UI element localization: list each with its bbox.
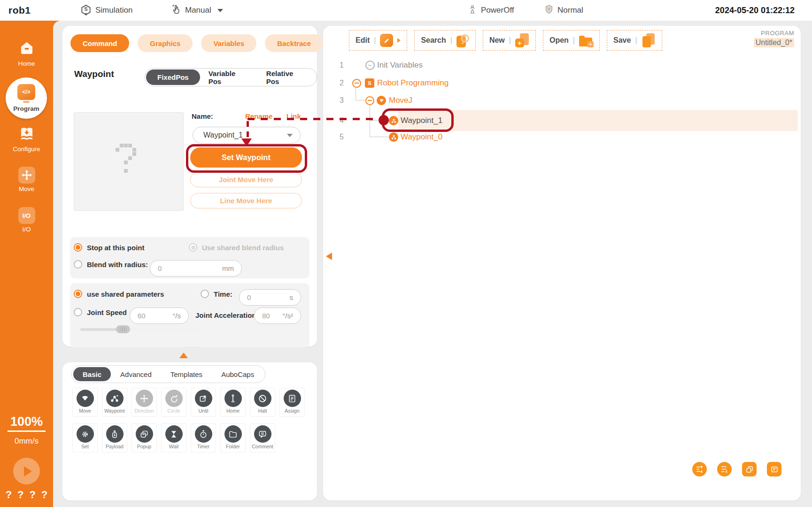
library-item-until[interactable]: Until — [191, 388, 216, 417]
joint-move-here-button[interactable]: Joint Move Here — [190, 172, 302, 187]
library-item-comment[interactable]: Comment — [250, 423, 275, 453]
waypoint-icon — [106, 390, 124, 407]
edit-button[interactable]: Edit — [349, 30, 407, 51]
safety-status[interactable]: Normal — [544, 0, 583, 21]
radio-icon[interactable] — [74, 260, 82, 269]
save-button[interactable]: Save — [607, 30, 662, 51]
stop-at-point-radio[interactable]: Stop at this point — [74, 243, 144, 252]
simulation-indicator[interactable]: S Simulation — [80, 0, 132, 21]
radio-icon[interactable] — [201, 290, 209, 298]
collapse-icon[interactable] — [352, 79, 361, 88]
library-item-payload[interactable]: Payload — [102, 423, 127, 453]
tab-variablepos[interactable]: Variable Pos — [200, 69, 258, 85]
program-name[interactable]: Untitled_0* — [754, 38, 794, 47]
assign-icon — [284, 390, 301, 407]
annotation-dashed-line-vertical — [247, 121, 249, 139]
init-variables-icon — [365, 61, 375, 70]
library-item-waypoint[interactable]: Waypoint — [102, 388, 127, 417]
library-item-home[interactable]: Home — [220, 388, 246, 417]
library-item-folder[interactable]: Folder — [220, 423, 246, 453]
joint-acceleration-input[interactable]: 80 °/s² — [254, 307, 301, 324]
library-item-assign[interactable]: Assign — [279, 388, 305, 417]
time-input[interactable]: 0 s — [239, 289, 301, 306]
chevron-right-icon — [397, 38, 401, 43]
detail-view-icon[interactable] — [767, 462, 781, 476]
help-marks[interactable]: ? ? ? ? — [0, 489, 53, 501]
command-panel: Command Graphics Variables Backtrace Way… — [62, 26, 317, 346]
tree-row-waypoint-0[interactable]: 5 Waypoint_0 — [337, 130, 442, 144]
slider-handle[interactable] — [116, 325, 130, 333]
separator — [509, 36, 511, 45]
tab-basic[interactable]: Basic — [73, 367, 111, 381]
copy-icon[interactable] — [742, 462, 757, 476]
library-item-set[interactable]: Set — [72, 423, 98, 453]
panel-expand-arrow-icon[interactable] — [179, 353, 188, 358]
shared-params-radio[interactable]: use shared parameters — [74, 290, 164, 298]
radio-selected-icon[interactable] — [74, 290, 82, 298]
robot-name: rob1 — [8, 0, 31, 21]
tab-variables[interactable]: Variables — [201, 34, 256, 52]
joint-speed-radio[interactable]: Joint Speed — [74, 308, 127, 316]
library-item-wait[interactable]: Wait — [161, 423, 186, 453]
blend-radius-radio[interactable]: Blend with radius: — [74, 260, 148, 269]
joint-speed-input[interactable]: 60 °/s — [130, 307, 189, 324]
mode-selector[interactable]: Manual — [170, 0, 223, 21]
power-status[interactable]: PowerOff — [467, 0, 514, 21]
question-icon[interactable]: ? — [41, 489, 47, 501]
tree-row-movej[interactable]: 3 MoveJ — [337, 93, 412, 108]
stopwatch-icon — [195, 425, 212, 443]
new-button[interactable]: New — [483, 30, 536, 51]
play-button[interactable] — [13, 458, 40, 484]
program-monitor-stand — [23, 101, 30, 103]
search-icon — [456, 34, 469, 47]
library-item-move[interactable]: Move — [72, 388, 98, 417]
library-row-2: Set Payload Popup Wait Timer Folder — [72, 423, 275, 453]
tab-graphics[interactable]: Graphics — [138, 34, 193, 52]
position-mode-toggle: FixedPos Variable Pos Relative Pos — [145, 68, 317, 86]
safety-label: Normal — [557, 6, 583, 15]
question-icon[interactable]: ? — [29, 489, 35, 501]
program-label: PROGRAM — [754, 30, 794, 37]
library-item-timer[interactable]: Timer — [191, 423, 216, 453]
sidebar-item-configure[interactable]: Configure — [0, 125, 53, 153]
sidebar-item-io[interactable]: I/O I/O — [0, 207, 53, 233]
collapse-all-icon[interactable] — [717, 462, 732, 476]
radio-selected-icon[interactable] — [74, 243, 82, 252]
radio-icon[interactable] — [74, 308, 82, 316]
tree-row-robot-programming[interactable]: 2 S Robot Programming — [337, 76, 449, 90]
question-icon[interactable]: ? — [17, 489, 23, 501]
robot-name-label: rob1 — [8, 5, 31, 16]
program-panel: Edit Search New Open — [323, 26, 801, 500]
line-move-here-button[interactable]: Line Move Here — [190, 193, 302, 208]
tab-advanced[interactable]: Advanced — [111, 367, 161, 381]
tree-row-init-variables[interactable]: 1 Init Variables — [337, 58, 423, 72]
open-button[interactable]: Open — [543, 30, 600, 51]
until-icon — [195, 390, 212, 407]
circle-icon — [165, 390, 183, 407]
tab-aubocaps[interactable]: AuboCaps — [212, 367, 263, 381]
sidebar-item-program[interactable]: </> Program — [6, 77, 47, 119]
library-item-popup[interactable]: Popup — [131, 423, 157, 453]
sidebar-item-move[interactable]: Move — [0, 167, 53, 192]
search-button[interactable]: Search — [414, 30, 476, 51]
annotation-dot — [379, 115, 389, 125]
blend-radius-input[interactable]: 0 mm — [150, 260, 242, 277]
tab-templates[interactable]: Templates — [161, 367, 212, 381]
tab-backtrace[interactable]: Backtrace — [265, 34, 323, 52]
slider-grip — [120, 327, 126, 331]
speed-percent[interactable]: 100% — [0, 415, 53, 429]
hand-icon — [170, 4, 182, 17]
tab-fixedpos[interactable]: FixedPos — [146, 69, 200, 85]
panel-resize-dots[interactable] — [184, 344, 200, 350]
collapse-icon[interactable] — [365, 96, 374, 105]
time-radio[interactable]: Time: — [201, 290, 232, 298]
sidebar-item-home[interactable]: Home — [0, 39, 53, 67]
question-icon[interactable]: ? — [6, 489, 12, 501]
library-item-halt[interactable]: Halt — [250, 388, 275, 417]
panel-collapse-arrow-icon[interactable] — [326, 253, 332, 260]
tab-relativepos[interactable]: Relative Pos — [258, 69, 316, 85]
speed-slider[interactable] — [80, 328, 199, 331]
tab-command[interactable]: Command — [70, 34, 129, 52]
expand-all-icon[interactable] — [692, 462, 707, 476]
chevron-down-icon — [217, 9, 223, 12]
